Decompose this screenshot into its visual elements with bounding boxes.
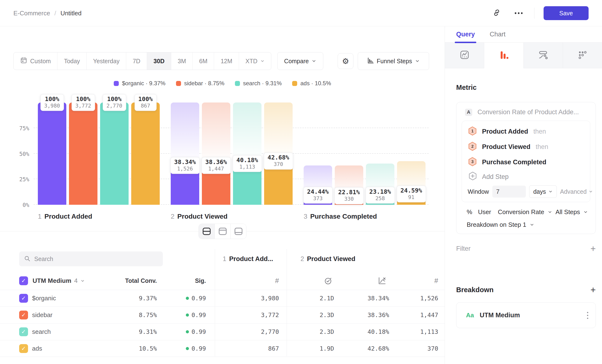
funnel-bar-$organic-step1[interactable]: 100%3,980 (38, 103, 66, 205)
legend-item[interactable]: $organic · 9.37% (114, 80, 165, 87)
avg-time-column-icon[interactable] (324, 272, 333, 290)
breadcrumb-title[interactable]: Untitled (60, 10, 81, 17)
measure-user[interactable]: User (478, 208, 491, 216)
window-unit-select[interactable]: days (529, 185, 557, 198)
legend-item[interactable]: sidebar · 8.75% (176, 80, 224, 87)
range-3m[interactable]: 3M (171, 53, 193, 70)
kebab-menu-icon[interactable] (586, 311, 589, 320)
save-button[interactable]: Save (544, 6, 589, 20)
row-viewed-count: 370 (427, 345, 438, 352)
count-column-icon[interactable]: # (262, 272, 279, 290)
calendar-icon (20, 57, 27, 65)
bar-value-label: 23.18%258 (366, 187, 395, 203)
table-row-sidebar[interactable]: ✓ sidebar 8.75% 0.99 3,772 2.3D 38.36% 1… (0, 307, 445, 323)
tab-chart[interactable]: Chart (490, 26, 505, 43)
funnel-bar-$organic-step2[interactable]: 38.34%1,526 (171, 103, 199, 205)
range-7d[interactable]: 7D (126, 53, 147, 70)
chart-settings-button[interactable]: ⚙ (338, 53, 354, 69)
range-30d[interactable]: 30D (147, 53, 171, 70)
table-row-ads[interactable]: ✓ ads 10.5% 0.99 867 1.9D 42.68% 370 (0, 340, 445, 357)
chevron-down-icon (80, 279, 85, 283)
table-row-$organic[interactable]: ✓ $organic 9.37% 0.99 3,980 2.1D 38.34% … (0, 290, 445, 307)
funnel-bar-ads-step2[interactable]: 42.68%370 (264, 103, 293, 205)
range-12m[interactable]: 12M (214, 53, 239, 70)
tab-query[interactable]: Query (456, 26, 475, 43)
funnel-bar-sidebar-step3[interactable]: 22.81%330 (335, 103, 363, 205)
funnel-chart: 0%25%50%75% 100%3,980 100%3,772 100%2,77… (33, 103, 429, 205)
step-number-hexagon: 3 (468, 157, 477, 167)
text-property-icon: Aa (466, 311, 474, 319)
row-checkbox[interactable]: ✓ (19, 310, 28, 320)
share-link-button[interactable] (490, 7, 503, 20)
table-row-search[interactable]: ✓ search 9.31% 0.99 2,770 2.3D 40.18% 1,… (0, 323, 445, 340)
compare-button[interactable]: Compare (277, 52, 323, 70)
add-filter-button[interactable]: + (591, 244, 596, 253)
step-axis-label[interactable]: 3Purchase Completed (304, 213, 377, 220)
metric-card: A Conversion Rate of Product Adde... 1 P… (456, 102, 596, 234)
conv-rate-column-icon[interactable] (378, 272, 387, 290)
retention-icon (577, 50, 587, 61)
breakdown-table: ✓ $organic 9.37% 0.99 3,980 2.1D 38.34% … (0, 290, 445, 357)
row-checkbox[interactable]: ✓ (19, 294, 28, 303)
layout-chart-only-button[interactable] (215, 224, 230, 239)
breakdown-section: Breakdown + (456, 285, 596, 294)
add-breakdown-button[interactable]: + (591, 285, 596, 294)
range-6m[interactable]: 6M (193, 53, 214, 70)
bar-value-label: 100%2,770 (102, 94, 126, 111)
row-total-conv: 9.31% (139, 328, 157, 335)
add-step-hexagon-icon (469, 171, 477, 182)
legend-label: search · 9.31% (243, 80, 282, 87)
row-sig: 0.99 (192, 311, 206, 319)
range-custom[interactable]: Custom (14, 53, 57, 70)
total-conv-column-header[interactable]: Total Conv. (109, 272, 157, 290)
funnel-bar-search-step1[interactable]: 100%2,770 (100, 103, 129, 205)
funnel-bar-ads-step1[interactable]: 100%867 (131, 103, 160, 205)
funnel-bar-search-step2[interactable]: 40.18%1,113 (233, 103, 261, 205)
layout-split-button[interactable] (199, 224, 215, 239)
count-column-icon[interactable]: # (421, 272, 438, 290)
tab-flows[interactable] (524, 43, 563, 68)
more-options-button[interactable] (512, 7, 525, 20)
row-checkbox[interactable]: ✓ (19, 327, 28, 336)
row-sig: 0.99 (192, 295, 206, 302)
window-value-input[interactable] (492, 186, 526, 198)
query-step-3[interactable]: 3 Purchase Completed (462, 154, 590, 170)
query-step-1[interactable]: 1 Product Addedthen (462, 124, 590, 139)
range-yesterday[interactable]: Yesterday (86, 53, 126, 70)
funnel-bar-ads-step3[interactable]: 24.59%91 (397, 103, 426, 205)
step-axis-label[interactable]: 2Product Viewed (171, 213, 227, 220)
chart-type-button[interactable]: Funnel Steps (358, 52, 429, 70)
query-step-2[interactable]: 2 Product Viewedthen (462, 139, 590, 154)
add-step-button[interactable]: Add Step (462, 170, 590, 184)
funnel-bar-$organic-step3[interactable]: 24.44%373 (304, 103, 332, 205)
table-search[interactable] (19, 251, 163, 266)
breakdown-column-header[interactable]: UTM Medium 4 (32, 272, 85, 290)
row-viewed-count: 1,113 (420, 328, 438, 335)
breadcrumb-workspace[interactable]: E-Commerce (13, 10, 50, 17)
funnel-bar-sidebar-step2[interactable]: 38.36%1,447 (202, 103, 230, 205)
sig-column-header[interactable]: Sig. (168, 272, 206, 290)
tab-retention[interactable] (563, 43, 602, 68)
metric-title[interactable]: Conversion Rate of Product Adde... (477, 108, 579, 116)
search-input[interactable] (34, 256, 158, 262)
range-xtd[interactable]: XTD (239, 53, 271, 70)
layout-table-only-button[interactable] (230, 224, 246, 239)
tab-insights[interactable] (445, 43, 484, 68)
select-all-checkbox[interactable]: ✓ (19, 276, 28, 285)
tab-funnels[interactable] (484, 43, 524, 68)
funnel-bar-sidebar-step1[interactable]: 100%3,772 (69, 103, 97, 205)
step-axis-label[interactable]: 1Product Added (38, 213, 92, 220)
row-added-count: 3,772 (261, 311, 279, 319)
bar-value-label: 40.18%1,113 (233, 155, 262, 172)
breakdown-on-dropdown[interactable]: Breakdown on Step 1 (467, 221, 526, 228)
measure-scope-dropdown[interactable]: All Steps (556, 208, 580, 216)
chevron-down-icon (583, 210, 588, 214)
legend-item[interactable]: search · 9.31% (235, 80, 282, 87)
funnel-bar-search-step3[interactable]: 23.18%258 (366, 103, 394, 205)
breakdown-item[interactable]: Aa UTM Medium (456, 302, 596, 328)
measure-rate-dropdown[interactable]: Conversion Rate (498, 208, 544, 216)
row-checkbox[interactable]: ✓ (19, 344, 28, 353)
advanced-dropdown[interactable]: Advanced (560, 188, 593, 195)
range-today[interactable]: Today (57, 53, 86, 70)
legend-item[interactable]: ads · 10.5% (292, 80, 331, 87)
